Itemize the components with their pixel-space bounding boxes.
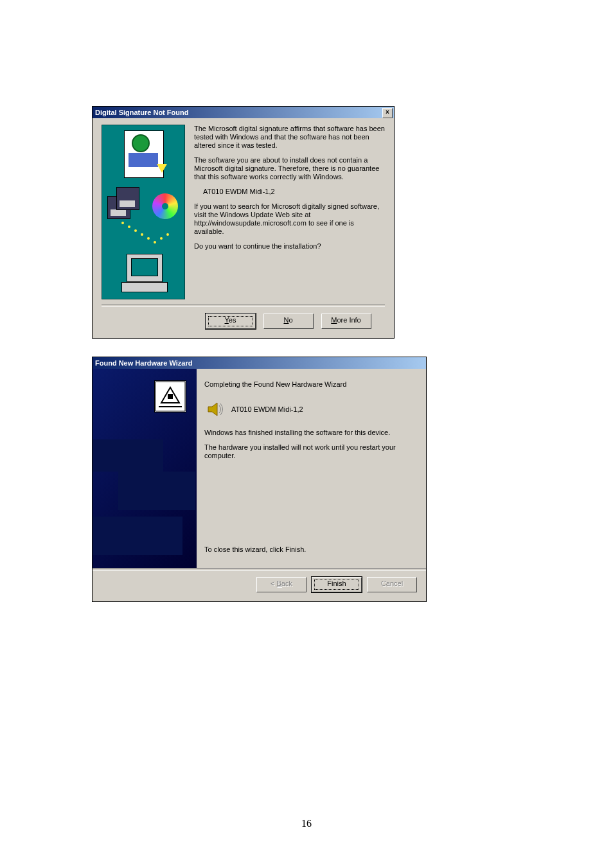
dialog1-device-name: AT010 EWDM Midi-1,2	[194, 188, 385, 196]
found-new-hardware-wizard: Found New Hardware Wizard Completing the…	[92, 357, 427, 602]
no-button[interactable]: No	[263, 314, 314, 329]
more-info-button[interactable]: More Info	[321, 314, 371, 329]
dialog1-text-search: If you want to search for Microsoft digi…	[194, 202, 385, 236]
wizard-sidebar-graphic	[93, 369, 197, 568]
dialog1-text-affirm: The Microsoft digital signature affirms …	[194, 125, 385, 150]
digital-signature-dialog: Digital Signature Not Found ×	[92, 106, 395, 339]
dialog2-titlebar[interactable]: Found New Hardware Wizard	[93, 357, 426, 369]
arrow-icon	[157, 164, 167, 173]
wizard-text-finished: Windows has finished installing the soft…	[204, 429, 416, 437]
globe-icon	[132, 134, 150, 152]
dialog1-graphic	[102, 125, 185, 299]
wizard-device-name: AT010 EWDM Midi-1,2	[231, 405, 303, 414]
finish-button[interactable]: Finish	[312, 577, 362, 592]
monitor-icon	[121, 254, 166, 292]
close-icon[interactable]: ×	[382, 108, 393, 118]
page-number: 16	[0, 818, 613, 829]
dialog1-titlebar[interactable]: Digital Signature Not Found ×	[93, 107, 394, 118]
back-button: < Back	[256, 577, 306, 592]
speaker-icon	[207, 400, 225, 418]
dialog1-title: Digital Signature Not Found	[95, 109, 188, 116]
dialog2-title: Found New Hardware Wizard	[95, 359, 192, 367]
dots-decoration	[121, 222, 169, 247]
wizard-text-restart: The hardware you installed will not work…	[204, 443, 416, 460]
dialog1-text-no-signature: The software you are about to install do…	[194, 156, 385, 181]
svg-marker-4	[208, 403, 217, 416]
dialog1-text-continue: Do you want to continue the installation…	[194, 242, 385, 251]
wizard-close-hint: To close this wizard, click Finish.	[204, 545, 306, 554]
wizard-heading: Completing the Found New Hardware Wizard	[204, 380, 416, 389]
cd-icon	[152, 193, 178, 219]
svg-rect-2	[168, 394, 173, 399]
floppy-disk-icon	[107, 184, 142, 219]
cancel-button: Cancel	[367, 577, 417, 592]
yes-button[interactable]: Yes	[206, 314, 256, 329]
hardware-icon	[154, 380, 186, 412]
